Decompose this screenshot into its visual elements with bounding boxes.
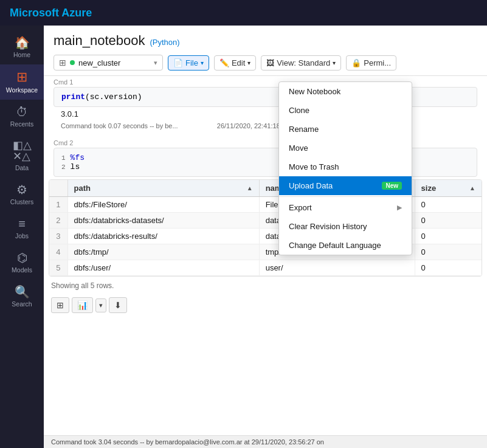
file-menu-button[interactable]: 📄 File ▾ (168, 55, 209, 71)
sidebar-item-jobs[interactable]: ≡ Jobs (0, 212, 44, 246)
sidebar-item-workspace[interactable]: ⊞ Workspace (0, 64, 44, 100)
edit-icon: ✏️ (219, 58, 229, 67)
recents-icon: ⏱ (16, 106, 28, 118)
table-view-button[interactable]: ⊞ (51, 297, 69, 313)
menu-item-new-notebook[interactable]: New Notebook (279, 82, 412, 101)
main-layout: 🏠 Home ⊞ Workspace ⏱ Recents ◧△✕△ Data ⚙… (0, 26, 487, 448)
col-header-size[interactable]: size ▲ (415, 180, 482, 197)
cell-2-code[interactable]: 1%fs 2ls (54, 148, 477, 177)
status-text: Command took 3.04 seconds -- by bernardo… (51, 438, 324, 446)
sidebar-label-search: Search (12, 300, 32, 308)
table-cell: 0 (415, 260, 482, 276)
clusters-icon: ⚙ (16, 184, 27, 196)
table-cell: 3 (49, 229, 67, 244)
table-cell: 2 (49, 213, 67, 229)
toolbar: ⊞ new_cluster ▾ 📄 File ▾ ✏️ Edit ▾ 🖼 (54, 55, 477, 71)
view-label: View: Standard (277, 58, 330, 67)
lock-icon: 🔒 (351, 58, 361, 67)
home-icon: 🏠 (15, 36, 30, 49)
cluster-status-dot (70, 60, 75, 65)
bottom-toolbar: ⊞ 📊 ▾ ⬇ (44, 294, 487, 315)
col-header-path[interactable]: path ▲ (67, 180, 259, 197)
models-icon: ⌬ (17, 252, 27, 264)
notebook-header: main_notebook (Python) ⊞ new_cluster ▾ 📄… (44, 26, 487, 76)
table-cell: dbfs:/tmp/ (67, 244, 259, 260)
table-row: 1dbfs:/FileStore/FileStore/0 (49, 197, 482, 213)
menu-item-label: Clear Revision History (289, 222, 367, 231)
menu-item-change-default-language[interactable]: Change Default Language (279, 236, 412, 255)
sort-path-icon: ▲ (247, 185, 253, 191)
workspace-icon: ⊞ (16, 71, 27, 84)
menu-item-rename[interactable]: Rename (279, 120, 412, 139)
table-cell: 1 (49, 197, 67, 213)
menu-item-label: Move to Trash (289, 162, 339, 171)
permi-label: Permi... (364, 58, 391, 67)
sidebar-label-clusters: Clusters (10, 198, 34, 205)
table-cell: 0 (415, 244, 482, 260)
file-chevron-icon: ▾ (201, 60, 204, 66)
search-icon: 🔍 (15, 286, 30, 298)
view-menu-button[interactable]: 🖼 View: Standard ▾ (261, 55, 341, 71)
cluster-topology-icon: ⊞ (59, 58, 66, 67)
notebook-name: main_notebook (54, 33, 145, 49)
sidebar-label-workspace: Workspace (6, 86, 38, 94)
permi-menu-button[interactable]: 🔒 Permi... (346, 55, 396, 71)
cell-1-label: Cmd 1 (54, 78, 477, 86)
cell-1: Cmd 1 print(sc.version) 3.0.1 Command to… (44, 76, 487, 137)
table-cell: dbfs:/FileStore/ (67, 197, 259, 213)
menu-item-export[interactable]: Export▶ (279, 198, 412, 217)
sidebar-item-data[interactable]: ◧△✕△ Data (0, 134, 44, 177)
edit-menu-button[interactable]: ✏️ Edit ▾ (214, 55, 256, 71)
sidebar-item-search[interactable]: 🔍 Search (0, 280, 44, 314)
sidebar-item-models[interactable]: ⌬ Models (0, 246, 44, 280)
sidebar-label-data: Data (15, 164, 29, 171)
menu-item-upload-data[interactable]: Upload DataNew (279, 176, 412, 195)
topbar: Microsoft Azure (0, 0, 487, 26)
table-cell: 4 (49, 244, 67, 260)
sidebar-label-recents: Recents (10, 120, 34, 128)
sidebar: 🏠 Home ⊞ Workspace ⏱ Recents ◧△✕△ Data ⚙… (0, 26, 44, 448)
sidebar-item-recents[interactable]: ⏱ Recents (0, 100, 44, 134)
chart-dropdown-button[interactable]: ▾ (95, 298, 106, 312)
menu-item-clear-revision-history[interactable]: Clear Revision History (279, 217, 412, 236)
cell-2-label: Cmd 2 (54, 139, 477, 146)
cell-1-secondary: Command took 0.07 seconds -- by be... 26… (54, 121, 477, 134)
code-keyword-print: print (61, 92, 85, 102)
table: path ▲ name ▲ (49, 180, 482, 276)
sidebar-label-models: Models (12, 266, 32, 274)
col-path-label: path (74, 184, 91, 193)
sidebar-label-home: Home (13, 51, 30, 58)
menu-item-label: Clone (289, 106, 309, 115)
menu-item-move-to-trash[interactable]: Move to Trash (279, 157, 412, 176)
jobs-icon: ≡ (18, 218, 26, 230)
sidebar-label-jobs: Jobs (15, 232, 29, 240)
cluster-selector[interactable]: ⊞ new_cluster ▾ (54, 55, 163, 71)
data-icon: ◧△✕△ (13, 140, 32, 162)
menu-item-clone[interactable]: Clone (279, 101, 412, 120)
code-arg: (sc.version) (85, 92, 142, 102)
table-cell: dbfs:/databricks-results/ (67, 229, 259, 244)
table-row: 4dbfs:/tmp/tmp/0 (49, 244, 482, 260)
sidebar-item-home[interactable]: 🏠 Home (0, 30, 44, 64)
chart-view-button[interactable]: 📊 (72, 297, 93, 313)
menu-item-label: Export (289, 203, 312, 212)
download-button[interactable]: ⬇ (109, 297, 127, 313)
cell-1-output: 3.0.1 (54, 107, 477, 121)
menu-item-move[interactable]: Move (279, 139, 412, 157)
table-cell: 0 (415, 213, 482, 229)
cell-1-code[interactable]: print(sc.version) (54, 87, 477, 107)
menu-divider (279, 196, 412, 197)
menu-item-label: Change Default Language (289, 241, 381, 250)
notebook-title: main_notebook (Python) (54, 33, 477, 49)
sidebar-item-clusters[interactable]: ⚙ Clusters (0, 177, 44, 212)
table-row: 3dbfs:/databricks-results/databricks-res… (49, 229, 482, 244)
cluster-name: new_cluster (78, 58, 120, 67)
menu-item-label: Rename (289, 125, 319, 134)
status-bar: Command took 3.04 seconds -- by bernardo… (44, 435, 487, 448)
showing-rows-label: Showing all 5 rows. (44, 279, 487, 294)
edit-label: Edit (232, 58, 245, 67)
table-row: 5dbfs:/user/user/0 (49, 260, 482, 276)
view-icon: 🖼 (266, 58, 274, 67)
notebook-lang: (Python) (150, 38, 179, 47)
table-cell: dbfs:/user/ (67, 260, 259, 276)
